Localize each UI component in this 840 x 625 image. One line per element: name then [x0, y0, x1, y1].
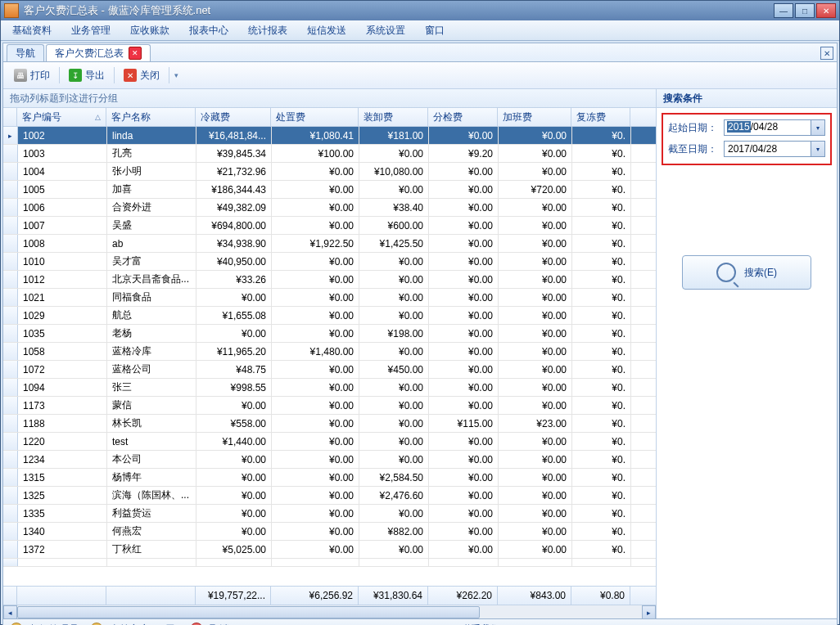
search-button[interactable]: 搜索(E) — [682, 255, 811, 290]
table-row[interactable]: 1008ab¥34,938.90¥1,922.50¥1,425.50¥0.00¥… — [3, 235, 656, 253]
cell-amount: ¥0.00 — [359, 343, 429, 360]
table-row[interactable]: 1340何燕宏¥0.00¥0.00¥882.00¥0.00¥0.00¥0. — [3, 523, 656, 541]
table-row[interactable]: 1005加喜¥186,344.43¥0.00¥0.00¥0.00¥720.00¥… — [3, 181, 656, 199]
cell-customer-name: 北京天昌斋食品... — [107, 271, 196, 288]
table-row[interactable]: 1006合资外进¥49,382.09¥0.00¥38.40¥0.00¥0.00¥… — [3, 199, 656, 217]
cell-amount: ¥0. — [572, 397, 631, 414]
status-cancel[interactable]: 取消 — [190, 623, 229, 626]
table-row[interactable]: 1072蓝格公司¥48.75¥0.00¥450.00¥0.00¥0.00¥0. — [3, 361, 656, 379]
menu-settings[interactable]: 系统设置 — [359, 22, 412, 39]
row-indicator — [3, 523, 18, 540]
table-row[interactable]: 1372丁秋红¥5,025.00¥0.00¥0.00¥0.00¥0.00¥0. — [3, 541, 656, 559]
col-dispose-fee[interactable]: 处置费 — [271, 108, 359, 126]
table-row[interactable]: 1007吴盛¥694,800.00¥0.00¥600.00¥0.00¥0.00¥… — [3, 217, 656, 235]
menu-receivables[interactable]: 应收账款 — [124, 22, 176, 39]
cell-amount: ¥2,476.60 — [359, 487, 429, 504]
export-button[interactable]: ↧ 导出 — [63, 66, 111, 85]
close-window-button[interactable]: ✕ — [816, 3, 836, 18]
col-customer-name[interactable]: 客户名称 — [106, 108, 196, 126]
tab-navigation[interactable]: 导航 — [7, 44, 44, 61]
minimize-button[interactable]: — — [774, 3, 793, 18]
cell-customer-id: 1021 — [18, 289, 107, 306]
col-cold-fee[interactable]: 冷藏费 — [196, 108, 271, 126]
end-date-dropdown-icon[interactable]: ▾ — [811, 142, 824, 156]
group-by-hint[interactable]: 拖动列标题到这进行分组 — [3, 89, 656, 108]
table-row[interactable]: 1173蒙信¥0.00¥0.00¥0.00¥0.00¥0.00¥0. — [3, 397, 656, 415]
menu-reports[interactable]: 报表中心 — [183, 22, 235, 39]
table-row[interactable]: 1003孔亮¥39,845.34¥100.00¥0.00¥9.20¥0.00¥0… — [3, 145, 656, 163]
cell-customer-id: 1012 — [18, 271, 107, 288]
cell-customer-name: ab — [107, 235, 196, 252]
menu-stats[interactable]: 统计报表 — [242, 22, 294, 39]
print-button[interactable]: 🖶 打印 — [8, 66, 56, 85]
table-row[interactable]: 1035老杨¥0.00¥0.00¥198.00¥0.00¥0.00¥0. — [3, 325, 656, 343]
col-overtime-fee[interactable]: 加班费 — [498, 108, 571, 126]
tab-close-icon[interactable]: ✕ — [129, 47, 142, 60]
maximize-button[interactable]: □ — [795, 3, 815, 18]
menu-window[interactable]: 窗口 — [418, 22, 451, 39]
cell-amount: ¥0.00 — [499, 541, 572, 558]
row-indicator — [3, 541, 18, 558]
scroll-track[interactable] — [17, 606, 642, 618]
start-date-input[interactable]: ▾ 2015/04/28 — [724, 119, 825, 136]
table-row[interactable]: ▸1002linda¥16,481,84...¥1,080.41¥181.00¥… — [3, 127, 656, 145]
grid-body[interactable]: ▸1002linda¥16,481,84...¥1,080.41¥181.00¥… — [3, 127, 656, 586]
cell-customer-name: 加喜 — [107, 181, 196, 198]
footer-id — [17, 587, 106, 605]
table-row[interactable]: 1325滨海（陈国林、...¥0.00¥0.00¥2,476.60¥0.00¥0… — [3, 487, 656, 505]
table-row[interactable]: 1012北京天昌斋食品...¥33.26¥0.00¥0.00¥0.00¥0.00… — [3, 271, 656, 289]
toolbar-overflow-icon[interactable]: ▾ — [174, 71, 178, 79]
table-row[interactable]: 1220test¥1,440.00¥0.00¥0.00¥0.00¥0.00¥0. — [3, 433, 656, 451]
col-customer-id[interactable]: 客户编号△ — [17, 108, 106, 126]
close-button[interactable]: ✕ 关闭 — [118, 66, 165, 85]
table-row[interactable]: 1010吴才富¥40,950.00¥0.00¥0.00¥0.00¥0.00¥0. — [3, 253, 656, 271]
cell-customer-name: 蓝格公司 — [107, 361, 196, 378]
menu-basic-data[interactable]: 基础资料 — [6, 22, 58, 39]
table-row[interactable]: 1315杨博年¥0.00¥0.00¥2,584.50¥0.00¥0.00¥0. — [3, 469, 656, 487]
cell-amount: ¥0.00 — [429, 505, 499, 522]
table-row[interactable]: 1094张三¥998.55¥0.00¥0.00¥0.00¥0.00¥0. — [3, 379, 656, 397]
table-row[interactable]: 1234本公司¥0.00¥0.00¥0.00¥0.00¥0.00¥0. — [3, 451, 656, 469]
cell-amount: ¥0.00 — [272, 199, 359, 216]
content-area: 拖动列标题到这进行分组 客户编号△ 客户名称 冷藏费 处置费 装卸费 分检费 加… — [3, 89, 837, 619]
table-row[interactable]: 1021同福食品¥0.00¥0.00¥0.00¥0.00¥0.00¥0. — [3, 289, 656, 307]
cell-amount: ¥0.00 — [359, 289, 429, 306]
scroll-right-arrow[interactable]: ▸ — [642, 605, 656, 619]
horizontal-scrollbar[interactable]: ◂ ▸ — [3, 605, 656, 619]
cell-amount: ¥0.00 — [429, 325, 499, 342]
menu-sms[interactable]: 短信发送 — [300, 22, 353, 39]
scroll-left-arrow[interactable]: ◂ — [3, 605, 17, 619]
cell-amount: ¥0.00 — [499, 487, 572, 504]
cell-amount: ¥0.00 — [272, 505, 359, 522]
col-load-fee[interactable]: 装卸费 — [359, 108, 428, 126]
col-sort-fee[interactable]: 分检费 — [428, 108, 498, 126]
table-row[interactable]: 1029航总¥1,655.08¥0.00¥0.00¥0.00¥0.00¥0. — [3, 307, 656, 325]
title-bar[interactable]: 客户欠费汇总表 - 傲蓝冷库管理系统.net — □ ✕ — [1, 1, 839, 20]
scroll-thumb[interactable] — [17, 606, 480, 618]
grid-footer: ¥19,757,22... ¥6,256.92 ¥31,830.64 ¥262.… — [3, 586, 656, 605]
cell-customer-name: linda — [107, 127, 196, 144]
row-indicator — [3, 199, 18, 216]
menu-business[interactable]: 业务管理 — [65, 22, 117, 39]
tab-summary[interactable]: 客户欠费汇总表 ✕ — [46, 44, 151, 61]
row-indicator — [3, 145, 18, 162]
cell-amount: ¥0.00 — [272, 523, 359, 540]
table-row[interactable]: 1188林长凯¥558.00¥0.00¥0.00¥115.00¥23.00¥0. — [3, 415, 656, 433]
cell-customer-name: 孔亮 — [107, 145, 196, 162]
table-row[interactable]: 1058蓝格冷库¥11,965.20¥1,480.00¥0.00¥0.00¥0.… — [3, 343, 656, 361]
cell-amount: ¥198.00 — [359, 325, 429, 342]
tab-summary-label: 客户欠费汇总表 — [55, 47, 124, 61]
cell-amount: ¥0.00 — [272, 325, 359, 342]
start-date-dropdown-icon[interactable]: ▾ — [811, 120, 824, 135]
footer-cold: ¥19,757,22... — [196, 587, 271, 605]
end-date-input[interactable]: ▾ — [724, 141, 825, 157]
cell-amount: ¥49,382.09 — [196, 199, 272, 216]
cell-amount: ¥115.00 — [429, 415, 499, 432]
table-row[interactable]: 1335利益货运¥0.00¥0.00¥0.00¥0.00¥0.00¥0. — [3, 505, 656, 523]
col-refreeze-fee[interactable]: 复冻费 — [571, 108, 630, 126]
cell-customer-id: 1234 — [18, 451, 107, 468]
table-row[interactable]: 1004张小明¥21,732.96¥0.00¥10,080.00¥0.00¥0.… — [3, 163, 656, 181]
end-date-label: 截至日期： — [668, 142, 720, 156]
cell-amount: ¥0.00 — [272, 451, 359, 468]
tabstrip-close-button[interactable]: ✕ — [820, 47, 833, 60]
